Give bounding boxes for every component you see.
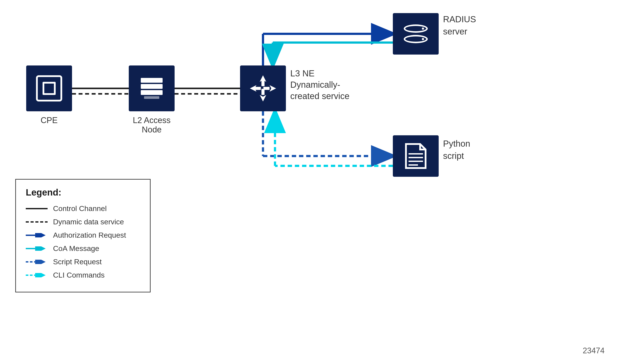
l3-node: [240, 65, 286, 111]
cpe-icon: [36, 75, 62, 101]
legend-line-script: [26, 260, 48, 264]
legend-line-dynamic: [26, 220, 48, 224]
legend-text-cli: CLI Commands: [53, 271, 105, 279]
radius-node: [393, 13, 439, 55]
legend-line-auth: [26, 233, 48, 237]
legend-item-auth: Authorization Request: [26, 231, 140, 239]
svg-marker-18: [260, 95, 266, 101]
legend-title: Legend:: [26, 187, 140, 198]
cpe-node: [26, 65, 72, 111]
legend-line-coa: [26, 246, 48, 251]
python-label: Python script: [443, 137, 498, 162]
legend-item-coa: CoA Message: [26, 244, 140, 253]
python-node: [393, 135, 439, 177]
legend-item-cli: CLI Commands: [26, 271, 140, 279]
svg-rect-21: [255, 87, 261, 90]
legend-text-dynamic: Dynamic data service: [53, 218, 124, 226]
radius-label: RADIUS server: [443, 13, 498, 38]
radius-server-icon: [404, 24, 428, 43]
legend-text-control: Control Channel: [53, 204, 107, 213]
svg-marker-22: [270, 85, 276, 92]
legend-text-script: Script Request: [53, 257, 102, 266]
legend-text-coa: CoA Message: [53, 244, 99, 253]
python-doc-icon: [404, 142, 428, 170]
legend-box: Legend: Control Channel Dynamic data ser…: [15, 179, 151, 292]
svg-rect-17: [261, 80, 265, 86]
legend-line-control: [26, 207, 48, 211]
cpe-label: CPE: [26, 116, 72, 125]
l3-arrows-icon: [248, 73, 278, 104]
legend-line-cli: [26, 273, 48, 277]
legend-item-script: Script Request: [26, 257, 140, 266]
cpe-inner: [42, 82, 56, 95]
page-number: 23474: [583, 346, 604, 355]
diagram-container: CPE L2 Access Node L3 NE Dynamicall: [0, 0, 622, 364]
l2-node: [129, 65, 175, 111]
l3-label: L3 NE Dynamically- created service: [290, 68, 360, 102]
l2-label: L2 Access Node: [122, 116, 181, 134]
legend-item-control: Control Channel: [26, 204, 140, 213]
l2-server-icon: [141, 78, 163, 99]
legend-item-dynamic: Dynamic data service: [26, 218, 140, 226]
svg-rect-23: [263, 87, 270, 90]
legend-text-auth: Authorization Request: [53, 231, 126, 239]
